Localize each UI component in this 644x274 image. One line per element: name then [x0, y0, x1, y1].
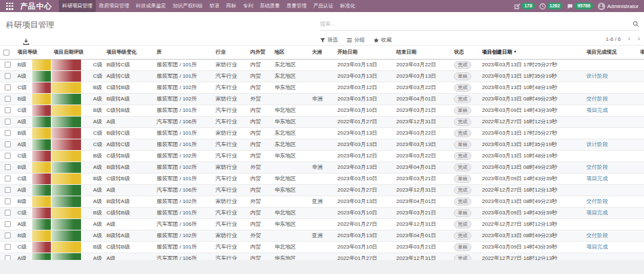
table-row[interactable]: A级 A级 A级 汽车军团 / 106所 汽车行业 内贸 华东地区 2022年0… [0, 218, 644, 230]
row-checkbox[interactable] [5, 119, 11, 125]
table-row[interactable]: B级 A级 B级转A级 服装军团 / 102所 家纺行业 外贸 亚洲 2023年… [0, 196, 644, 207]
row-checkbox[interactable] [5, 130, 11, 136]
top-menu-item[interactable]: 商标 [223, 0, 240, 12]
cell-overflow [637, 253, 644, 260]
table-row[interactable]: C级 B级 C级转B级 服装军团 / 102所 汽车行业 内贸 华东地区 202… [0, 82, 644, 93]
table-row[interactable]: B级 A级 B级转A级 服装军团 / 102所 家纺行业 外贸 非洲 2023年… [0, 93, 644, 105]
row-checkbox[interactable] [5, 96, 11, 102]
col-header-grade[interactable]: 项目等级 [15, 46, 51, 59]
table-row[interactable]: C级 B级 C级转B级 服装军团 / 101所 汽车行业 内贸 华北地区 202… [0, 105, 644, 116]
app-brand-title[interactable]: 产品中心 [17, 0, 59, 12]
later-grade-color-bar [52, 117, 82, 127]
row-checkbox[interactable] [5, 62, 11, 68]
cell-grade: B级 [15, 196, 32, 207]
row-checkbox[interactable] [5, 164, 11, 170]
completion-stage-link[interactable]: 设计阶段 [586, 141, 608, 147]
cell-created-date: 2023年03月09日 14时43分39秒 [479, 241, 584, 253]
row-checkbox[interactable] [5, 221, 11, 227]
top-menu-item[interactable]: 基础质量 [256, 0, 283, 12]
row-checkbox[interactable] [5, 84, 11, 90]
col-header-status[interactable]: 状态 [451, 46, 479, 59]
pager-next-button[interactable]: › [638, 36, 640, 42]
row-checkbox[interactable] [5, 153, 11, 159]
completion-stage-link[interactable]: 交付阶段 [586, 164, 608, 170]
table-row[interactable]: B级 C级 B级转C级 服装军团 / 101所 家纺行业 内贸 东北地区 202… [0, 127, 644, 139]
row-checkbox[interactable] [5, 232, 11, 238]
completion-stage-link[interactable]: 设计阶段 [586, 73, 608, 79]
export-button[interactable] [23, 36, 29, 48]
table-row[interactable]: A级 A级 A级 汽车军团 / 106所 汽车行业 内贸 华东地区 2022年0… [0, 184, 644, 196]
col-header-end-date[interactable]: 结束日期 [394, 46, 451, 59]
top-menu-item[interactable]: 标准化 [337, 0, 359, 12]
completion-stage-link[interactable]: 项目完成 [586, 176, 608, 182]
row-checkbox[interactable] [5, 198, 11, 204]
filter-button[interactable]: 筛选 [320, 36, 338, 44]
table-row[interactable]: C级 B级 C级转B级 服装军团 / 101所 汽车行业 内贸 华北地区 202… [0, 241, 644, 253]
col-header-trade[interactable]: 内外贸 [248, 46, 272, 59]
row-checkbox[interactable] [5, 255, 11, 260]
table-row[interactable]: B级 C级 B级转C级 服装军团 / 101所 家纺行业 内贸 东北地区 202… [0, 59, 644, 70]
col-header-completion[interactable]: 项目完成情况 [584, 46, 637, 59]
row-checkbox[interactable] [5, 107, 11, 113]
completion-stage-link[interactable]: 项目完成 [586, 210, 608, 216]
table-row[interactable]: A级 C级 A级转C级 服装军团 / 101所 汽车行业 内贸 东北地区 202… [0, 70, 644, 82]
table-row[interactable]: B级 A级 B级转A级 服装军团 / 102所 家纺行业 外贸 亚洲 2023年… [0, 230, 644, 241]
top-menu-item[interactable]: 专利 [240, 0, 256, 12]
row-select-cell [0, 253, 15, 260]
table-row[interactable]: A级 A级 A级 汽车军团 / 106所 汽车行业 内贸 华东地区 2022年0… [0, 116, 644, 127]
table-row[interactable]: C级 B级 C级转B级 服装军团 / 101所 汽车行业 内贸 华北地区 202… [0, 207, 644, 218]
top-menu-item[interactable]: 科技成果鉴定 [133, 0, 169, 12]
status-badge: 完成 [454, 152, 471, 160]
row-checkbox[interactable] [5, 244, 11, 250]
table-row[interactable]: B级 A级 B级转A级 服装军团 / 102所 家纺行业 外贸 非洲 2023年… [0, 161, 644, 173]
user-menu[interactable]: Administrator [598, 3, 639, 10]
col-header-overflow[interactable]: 项 [637, 46, 644, 59]
status-badge: 完成 [454, 163, 471, 172]
top-menu-item[interactable]: 软著 [206, 0, 223, 12]
top-menu-item[interactable]: 政府项目管理 [96, 0, 133, 12]
row-checkbox[interactable] [5, 187, 11, 193]
completion-stage-link[interactable]: 项目完成 [586, 107, 608, 113]
completion-stage-link[interactable]: 项目完成 [586, 244, 608, 250]
col-header-created-date[interactable]: 项目创建日期▲ [479, 46, 584, 59]
row-checkbox[interactable] [5, 210, 11, 216]
col-header-region[interactable]: 地区 [272, 46, 303, 59]
messages-button[interactable]: 95786 [567, 3, 592, 9]
top-menu-item[interactable]: 质量管理 [283, 0, 310, 12]
timesheet-button[interactable]: 1262 [540, 3, 563, 9]
activities-button[interactable]: 178 [514, 3, 535, 9]
col-header-org[interactable]: 所 [154, 46, 213, 59]
col-header-continent[interactable]: 大洲 [303, 46, 335, 59]
top-menu-item[interactable]: 科研项目管理 [59, 0, 96, 12]
table-row[interactable]: C级 B级 C级转B级 服装军团 / 101所 汽车行业 内贸 华北地区 202… [0, 173, 644, 184]
cell-overflow [637, 241, 644, 253]
completion-stage-link[interactable]: 交付阶段 [586, 96, 608, 102]
col-header-later-grade[interactable]: 项目后期评级 [51, 46, 104, 59]
cell-org: 汽车军团 / 106所 [154, 184, 213, 196]
cell-grade-bar [32, 93, 51, 105]
completion-stage-link[interactable]: 交付阶段 [586, 232, 608, 238]
search-input[interactable] [320, 21, 633, 27]
pager-prev-button[interactable]: ‹ [628, 36, 630, 42]
row-checkbox[interactable] [5, 176, 11, 182]
col-header-grade-change[interactable]: 项目等级变化 [104, 46, 154, 59]
cell-later-grade-bar [51, 93, 81, 105]
status-badge: 草稿 [454, 243, 471, 251]
cell-end-date: 2023年03月21日 [394, 173, 451, 184]
group-by-button[interactable]: 分组 [347, 36, 365, 44]
row-checkbox[interactable] [5, 141, 11, 147]
completion-stage-link[interactable]: 交付阶段 [586, 198, 608, 204]
cell-industry: 汽车行业 [213, 116, 248, 127]
table-row[interactable]: A级 A级 A级 汽车军团 / 106所 汽车行业 内贸 华东地区 2022年0… [0, 253, 644, 260]
select-all-checkbox[interactable] [3, 50, 9, 56]
apps-menu-button[interactable] [0, 0, 17, 12]
top-menu-item[interactable]: 产品认证 [310, 0, 337, 12]
search-icon[interactable] [633, 21, 639, 27]
col-header-start-date[interactable]: 开始日期 [335, 46, 394, 59]
col-header-industry[interactable]: 行业 [213, 46, 248, 59]
top-menu-item[interactable]: 知识产权纠纷 [169, 0, 206, 12]
table-row[interactable]: A级 C级 A级转C级 服装军团 / 101所 汽车行业 内贸 东北地区 202… [0, 139, 644, 150]
row-checkbox[interactable] [5, 73, 11, 79]
table-row[interactable]: C级 B级 C级转B级 服装军团 / 102所 汽车行业 内贸 华东地区 202… [0, 150, 644, 161]
favorites-button[interactable]: 收藏 [374, 36, 392, 44]
